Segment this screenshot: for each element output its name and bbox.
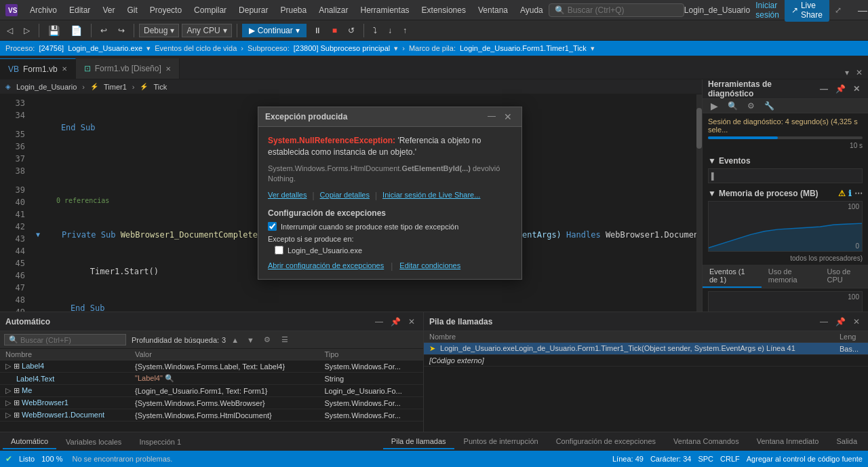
- filter-icon[interactable]: ▾: [394, 44, 398, 53]
- title-search-input[interactable]: [568, 5, 676, 15]
- live-share-link[interactable]: Iniciar sesión de Live Share...: [382, 191, 480, 200]
- time-slider[interactable]: [708, 136, 863, 139]
- stop-btn[interactable]: ■: [328, 24, 341, 37]
- depth-up-btn[interactable]: ▲: [229, 335, 241, 345]
- status-line-ending[interactable]: CRLF: [720, 455, 740, 463]
- btab-variables[interactable]: Variables locales: [58, 435, 130, 449]
- tab-close-all-btn[interactable]: ✕: [853, 67, 865, 79]
- step-out-btn[interactable]: ↑: [399, 24, 411, 37]
- cs-close-btn[interactable]: ✕: [850, 316, 863, 328]
- minimize-button[interactable]: —: [852, 0, 868, 20]
- ver-detalles-link[interactable]: Ver detalles: [268, 191, 307, 200]
- status-line[interactable]: Línea: 49: [612, 455, 644, 463]
- back-btn[interactable]: ◁: [3, 24, 17, 37]
- redo-btn[interactable]: ↪: [114, 24, 129, 37]
- menu-ayuda[interactable]: Ayuda: [515, 4, 549, 16]
- login-exe-checkbox[interactable]: [275, 246, 283, 255]
- add-to-source-control[interactable]: Agregar al control de código fuente: [747, 455, 863, 463]
- continue-button[interactable]: ▶ Continuar ▾: [242, 24, 307, 37]
- table-row[interactable]: ▷⊞ Me {Login_de_Usuario.Form1, Text: For…: [0, 385, 423, 397]
- interrupt-checkbox[interactable]: [268, 222, 277, 231]
- auto-pin-btn[interactable]: 📌: [388, 316, 403, 328]
- copiar-detalles-link[interactable]: Copiar detalles: [320, 191, 370, 200]
- menu-herramientas[interactable]: Herramientas: [355, 4, 415, 16]
- btab-immediate[interactable]: Ventana Inmediato: [749, 434, 827, 449]
- diag-pin-btn[interactable]: 📌: [833, 83, 848, 95]
- diag-tb-btn3[interactable]: ⚙: [745, 100, 757, 112]
- menu-git[interactable]: Git: [121, 4, 142, 16]
- tab-form1vb-close[interactable]: ✕: [62, 65, 67, 73]
- tab-form1-design-close[interactable]: ✕: [165, 65, 171, 73]
- class-selector[interactable]: Login_de_Usuario: [16, 83, 77, 91]
- signin-btn[interactable]: Iniciar sesión: [755, 1, 779, 20]
- event-selector[interactable]: Tick: [153, 83, 167, 91]
- status-zoom[interactable]: 100 %: [41, 455, 62, 463]
- tab-form1-design[interactable]: ⊡ Form1.vb [Diseño] ✕: [76, 58, 180, 79]
- btab-commands[interactable]: Ventana Comandos: [665, 434, 747, 449]
- menu-editar[interactable]: Editar: [64, 4, 96, 16]
- eventos-toggle[interactable]: ▼: [708, 156, 716, 166]
- collapse-icon-35[interactable]: ▼: [36, 229, 40, 241]
- diag-minimize-btn[interactable]: —: [817, 83, 831, 95]
- table-row[interactable]: Label4.Text "Label4" 🔍 String: [0, 373, 423, 385]
- dropdown-icon[interactable]: ▾: [146, 44, 151, 53]
- restart-btn[interactable]: ↺: [344, 24, 359, 37]
- tab-form1vb[interactable]: VB Form1.vb ✕: [0, 58, 76, 79]
- btab-automatico[interactable]: Automático: [3, 434, 56, 449]
- debug-mode-dropdown[interactable]: Debug ▾: [139, 24, 179, 37]
- menu-ventana[interactable]: Ventana: [473, 4, 513, 16]
- auto-search-box[interactable]: 🔍: [4, 334, 126, 345]
- menu-analizar[interactable]: Analizar: [313, 4, 353, 16]
- auto-settings-btn[interactable]: ⚙: [260, 334, 275, 345]
- diag-tb-btn4[interactable]: 🔧: [762, 100, 777, 112]
- memory-toggle[interactable]: ▼: [708, 189, 716, 198]
- cs-min-btn[interactable]: —: [817, 316, 831, 328]
- exc-close-btn[interactable]: ✕: [501, 111, 515, 122]
- status-char[interactable]: Carácter: 34: [650, 455, 692, 463]
- diag-close-btn[interactable]: ✕: [850, 83, 863, 95]
- auto-search-input[interactable]: [20, 336, 121, 344]
- diag-tab-eventos[interactable]: Eventos (1 de 1): [703, 265, 762, 288]
- diag-tab-cpu[interactable]: Uso de CPU: [820, 265, 868, 288]
- exc-minimize-icon[interactable]: —: [485, 111, 498, 122]
- menu-prueba[interactable]: Prueba: [275, 4, 312, 16]
- cs-row-active[interactable]: ➤ Login_de_Usuario.exeLogin_de_Usuario.F…: [424, 343, 868, 355]
- step-over-btn[interactable]: ⤵: [369, 24, 381, 37]
- depth-down-btn[interactable]: ▼: [244, 335, 257, 345]
- btab-breakpoints[interactable]: Puntos de interrupción: [456, 434, 547, 449]
- step-into-btn[interactable]: ↓: [384, 24, 396, 37]
- expand-icon3[interactable]: ▷: [5, 386, 11, 394]
- btab-exceptions[interactable]: Configuración de excepciones: [548, 434, 664, 449]
- forward-btn[interactable]: ▷: [20, 24, 34, 37]
- diag-tab-memory[interactable]: Uso de memoria: [762, 265, 821, 288]
- expand-icon5[interactable]: ▷: [5, 411, 11, 419]
- menu-compilar[interactable]: Compilar: [189, 4, 232, 16]
- edit-conditions-link[interactable]: Editar condiciones: [399, 261, 460, 271]
- save-all-btn[interactable]: 📄: [66, 24, 86, 37]
- vertical-scrollbar[interactable]: [696, 94, 702, 312]
- menu-proyecto[interactable]: Proyecto: [144, 4, 187, 16]
- auto-min-btn[interactable]: —: [372, 316, 386, 328]
- cs-pin-btn[interactable]: 📌: [833, 316, 848, 328]
- table-row[interactable]: ▷⊞ WebBrowser1.Document {System.Windows.…: [0, 409, 423, 422]
- live-share-button[interactable]: ↗ Live Share: [785, 0, 829, 22]
- pause-btn[interactable]: ⏸: [309, 24, 326, 37]
- undo-btn[interactable]: ↩: [96, 24, 111, 37]
- lens-icon[interactable]: 🔍: [165, 374, 174, 382]
- expand-icon1[interactable]: ▷: [5, 362, 11, 370]
- menu-ver[interactable]: Ver: [97, 4, 120, 16]
- expand-icon4[interactable]: ▷: [5, 398, 11, 407]
- auto-close-btn[interactable]: ✕: [406, 316, 418, 328]
- save-btn[interactable]: 💾: [44, 24, 64, 37]
- method-selector[interactable]: Timer1: [104, 83, 127, 91]
- btab-inspeccion[interactable]: Inspección 1: [131, 435, 189, 449]
- btab-output[interactable]: Salida: [828, 434, 865, 449]
- menu-depurar[interactable]: Depurar: [233, 4, 273, 16]
- marco-chevron[interactable]: ▾: [591, 44, 595, 53]
- auto-list-btn[interactable]: ☰: [277, 334, 292, 345]
- btab-callstack[interactable]: Pila de llamadas: [383, 434, 454, 449]
- table-row[interactable]: ▷⊞ Label4 {System.Windows.Forms.Label, T…: [0, 360, 423, 373]
- title-search-box[interactable]: 🔍: [549, 3, 684, 17]
- scrollbar-thumb[interactable]: [696, 108, 702, 149]
- menu-extensiones[interactable]: Extensiones: [416, 4, 471, 16]
